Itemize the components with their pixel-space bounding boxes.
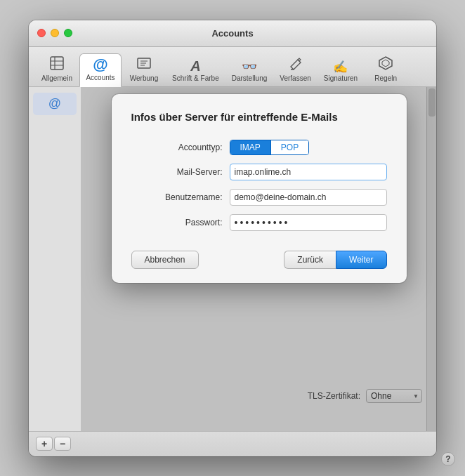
account-type-label: Accounttyp:	[131, 143, 223, 152]
darstellung-icon: 👓	[242, 60, 257, 73]
verfassen-icon	[288, 55, 303, 73]
sidebar-account-item[interactable]: @	[33, 93, 77, 115]
mail-server-input[interactable]	[230, 164, 387, 180]
accounts-label: Accounts	[86, 74, 114, 81]
username-control	[230, 189, 387, 206]
content-area: @ Infos über Server für eintreffende E-M…	[29, 87, 436, 431]
bottom-bar: + − ?	[29, 431, 436, 456]
window-title: Accounts	[211, 28, 253, 39]
modal-overlay: Infos über Server für eintreffende E-Mai…	[81, 87, 436, 431]
svg-marker-9	[379, 57, 392, 70]
password-label: Passwort:	[131, 218, 223, 227]
username-input[interactable]	[230, 189, 387, 206]
werbung-icon	[136, 55, 152, 73]
darstellung-label: Darstellung	[232, 74, 268, 82]
accounts-icon: @	[93, 57, 107, 72]
toolbar-item-verfassen[interactable]: Verfassen	[274, 53, 316, 86]
werbung-label: Werbung	[130, 74, 158, 82]
password-input[interactable]	[230, 214, 387, 231]
mail-server-control	[230, 164, 387, 180]
next-button[interactable]: Weiter	[336, 251, 386, 269]
back-button[interactable]: Zurück	[284, 251, 336, 269]
toolbar-item-regeln[interactable]: Regeln	[365, 53, 407, 86]
password-row: Passwort:	[131, 214, 387, 231]
account-type-segmented: IMAP POP	[230, 140, 310, 155]
toolbar: Allgemein @ Accounts Werbung A Schrift &…	[29, 47, 436, 87]
modal-dialog: Infos über Server für eintreffende E-Mai…	[112, 94, 407, 283]
svg-rect-0	[51, 57, 63, 70]
add-account-button[interactable]: +	[36, 437, 53, 451]
toolbar-item-darstellung[interactable]: 👓 Darstellung	[226, 58, 273, 86]
remove-account-button[interactable]: −	[54, 437, 71, 451]
toolbar-item-accounts[interactable]: @ Accounts	[79, 53, 122, 87]
imap-button[interactable]: IMAP	[230, 140, 270, 154]
signaturen-label: Signaturen	[324, 74, 358, 82]
pop-button[interactable]: POP	[271, 140, 308, 154]
username-label: Benutzername:	[131, 192, 223, 202]
modal-title: Infos über Server für eintreffende E-Mai…	[131, 111, 387, 123]
cancel-button[interactable]: Abbrechen	[131, 251, 199, 269]
minimize-button[interactable]	[51, 29, 59, 37]
regeln-icon	[378, 55, 393, 73]
mail-server-row: Mail-Server:	[131, 164, 387, 180]
main-window: Accounts Allgemein @ Accounts	[29, 20, 436, 456]
allgemein-icon	[49, 55, 65, 73]
toolbar-item-schrift[interactable]: A Schrift & Farbe	[166, 56, 225, 86]
svg-marker-10	[382, 60, 389, 67]
traffic-lights	[37, 29, 72, 37]
account-at-icon: @	[48, 96, 61, 111]
close-button[interactable]	[37, 29, 46, 37]
signaturen-icon: ✍️	[333, 61, 348, 73]
schrift-icon: A	[190, 59, 200, 73]
modal-footer: Abbrechen Zurück Weiter	[131, 251, 387, 269]
regeln-label: Regeln	[374, 74, 397, 82]
maximize-button[interactable]	[64, 29, 72, 37]
toolbar-item-allgemein[interactable]: Allgemein	[36, 53, 78, 86]
password-control	[230, 214, 387, 231]
allgemein-label: Allgemein	[41, 74, 72, 82]
titlebar: Accounts	[29, 20, 436, 47]
toolbar-item-signaturen[interactable]: ✍️ Signaturen	[318, 58, 363, 86]
account-type-control: IMAP POP	[230, 140, 387, 155]
verfassen-label: Verfassen	[280, 74, 310, 82]
toolbar-item-werbung[interactable]: Werbung	[123, 53, 165, 86]
schrift-label: Schrift & Farbe	[172, 74, 219, 82]
sidebar: @	[29, 87, 81, 431]
sidebar-controls: + −	[36, 437, 71, 451]
nav-buttons: Zurück Weiter	[284, 251, 386, 269]
username-row: Benutzername:	[131, 189, 387, 206]
mail-server-label: Mail-Server:	[131, 167, 223, 177]
account-type-row: Accounttyp: IMAP POP	[131, 140, 387, 155]
main-panel: Infos über Server für eintreffende E-Mai…	[81, 87, 436, 431]
